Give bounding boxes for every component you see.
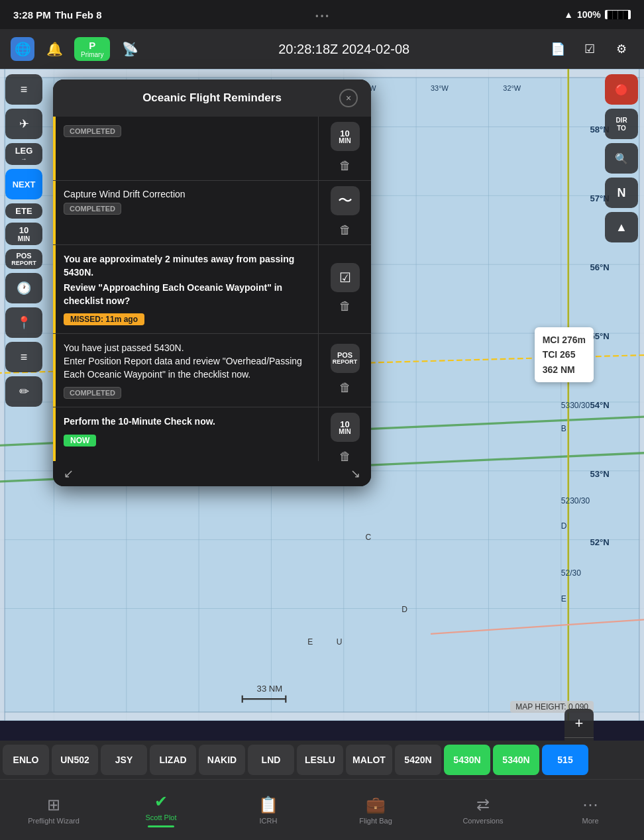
tooltip-tci: TCI 265 bbox=[543, 347, 586, 362]
sidebar-notes-button[interactable]: ≡ bbox=[5, 342, 42, 372]
reminder-row-3: You are approximately 2 minutes away fro… bbox=[53, 245, 371, 334]
delete-btn-3[interactable]: 🗑 bbox=[336, 297, 354, 316]
waypoint-5430N[interactable]: 5430N bbox=[444, 745, 490, 775]
tab-more[interactable]: ⋯ More bbox=[537, 790, 644, 830]
waypoint-5340N[interactable]: 5340N bbox=[493, 745, 539, 775]
waypoint-JSY[interactable]: JSY bbox=[101, 745, 147, 775]
sidebar-dirto-button[interactable]: DIRTO bbox=[605, 109, 638, 139]
sidebar-red-button[interactable]: 🔴 bbox=[605, 74, 638, 105]
reminder-content-3: You are approximately 2 minutes away fro… bbox=[53, 245, 318, 333]
waypoint-515[interactable]: 515 bbox=[542, 745, 588, 775]
reminder-row-4: You have just passed 5430N.Enter Positio… bbox=[53, 334, 371, 407]
delete-btn-4[interactable]: 🗑 bbox=[336, 378, 354, 397]
reminder-text-3b: Review "Approaching Each Oceanic Waypoin… bbox=[64, 282, 310, 307]
sidebar-search-button[interactable]: 🔍 bbox=[605, 143, 638, 174]
tab-conversions[interactable]: ⇄ Conversions bbox=[429, 790, 537, 830]
tab-preflight-icon: ⊞ bbox=[47, 796, 60, 814]
checklist-button[interactable]: ☑ bbox=[578, 37, 602, 61]
svg-text:D: D bbox=[402, 605, 407, 614]
svg-text:E: E bbox=[561, 594, 566, 604]
sidebar-leg-button[interactable]: LEG → bbox=[5, 143, 42, 165]
app-header: 🌐 🔔 P Primary 📡 20:28:18Z 2024-02-08 📄 ☑… bbox=[0, 29, 644, 69]
sidebar-layers-button[interactable]: ≡ bbox=[5, 74, 42, 105]
svg-text:5230/30: 5230/30 bbox=[561, 496, 590, 505]
battery-icon: ████ bbox=[605, 10, 631, 19]
dialog-title: Oceanic Flight Reminders bbox=[85, 91, 339, 105]
waypoint-bar: ENLO UN502 JSY LIZAD NAKID LND LESLU MAL… bbox=[0, 741, 644, 779]
sidebar-compass-button[interactable]: ▲ bbox=[605, 212, 638, 242]
dialog-header: Oceanic Flight Reminders × bbox=[53, 79, 371, 117]
tab-scottplot-indicator bbox=[148, 825, 174, 827]
bell-button[interactable]: 🔔 bbox=[42, 37, 66, 61]
tooltip-nm: 362 NM bbox=[543, 362, 586, 377]
sidebar-clock-button[interactable]: 🕐 bbox=[5, 273, 42, 303]
dialog-close-button[interactable]: × bbox=[339, 89, 358, 107]
waypoint-NAKID[interactable]: NAKID bbox=[199, 745, 245, 775]
svg-text:52/30: 52/30 bbox=[561, 568, 581, 578]
tab-flightbag-icon: 💼 bbox=[366, 796, 386, 814]
tab-scottplot-label: Scott Plot bbox=[145, 814, 176, 821]
scan-button[interactable]: 📡 bbox=[118, 37, 142, 61]
svg-text:B: B bbox=[561, 424, 566, 433]
resize-expand-right[interactable]: ↘ bbox=[350, 466, 360, 481]
tab-more-label: More bbox=[582, 817, 598, 825]
waypoint-UN502[interactable]: UN502 bbox=[52, 745, 98, 775]
action-wind-btn-2[interactable]: 〜 bbox=[331, 186, 360, 215]
sidebar-pos-report-button[interactable]: POS REPORT bbox=[5, 249, 42, 269]
waypoint-MALOT[interactable]: MALOT bbox=[346, 745, 392, 775]
sidebar-north-button[interactable]: N bbox=[605, 178, 638, 208]
tab-conversions-icon: ⇄ bbox=[476, 796, 490, 814]
globe-button[interactable]: 🌐 bbox=[11, 37, 34, 61]
tab-icrh-icon: 📋 bbox=[258, 796, 278, 814]
dialog-resize-bar[interactable]: ↙ ↘ bbox=[53, 461, 371, 486]
delete-btn-2[interactable]: 🗑 bbox=[336, 221, 354, 239]
waypoint-5420N[interactable]: 5420N bbox=[395, 745, 441, 775]
action-10min-btn-5[interactable]: 10 MIN bbox=[331, 413, 360, 442]
primary-button[interactable]: P Primary bbox=[74, 37, 110, 61]
status-bar-center: • • • bbox=[315, 9, 328, 21]
status-bar-left: 3:28 PM Thu Feb 8 bbox=[13, 9, 102, 21]
sidebar-next-button[interactable]: NEXT bbox=[5, 169, 42, 199]
sidebar-10min-button[interactable]: 10 MIN bbox=[5, 223, 42, 245]
zoom-in-button[interactable]: + bbox=[564, 709, 594, 738]
tab-scott-plot[interactable]: ✔ Scott Plot bbox=[107, 787, 215, 833]
action-checklist-btn-3[interactable]: ☑ bbox=[331, 263, 360, 292]
svg-text:33°W: 33°W bbox=[431, 84, 449, 92]
svg-text:C: C bbox=[366, 533, 372, 542]
reminder-text-4: You have just passed 5430N.Enter Positio… bbox=[64, 342, 310, 381]
waypoint-ENLO[interactable]: ENLO bbox=[3, 745, 49, 775]
reminder-row-5: Perform the 10-Minute Check now. NOW 10 … bbox=[53, 407, 371, 461]
delete-btn-5[interactable]: 🗑 bbox=[336, 447, 354, 461]
reminder-text-5: Perform the 10-Minute Check now. bbox=[64, 415, 310, 429]
waypoint-LND[interactable]: LND bbox=[248, 745, 294, 775]
status-bar-right: ▲ 100% ████ bbox=[564, 9, 631, 20]
sidebar-waypoint-button[interactable]: 📍 bbox=[5, 307, 42, 338]
now-badge-5: NOW bbox=[64, 435, 96, 446]
waypoint-LIZAD[interactable]: LIZAD bbox=[150, 745, 196, 775]
gear-button[interactable]: ⚙ bbox=[610, 37, 633, 61]
status-time: 3:28 PM bbox=[13, 9, 51, 21]
sidebar-ete-button[interactable]: ETE bbox=[5, 203, 42, 219]
waypoint-LESLU[interactable]: LESLU bbox=[297, 745, 343, 775]
svg-rect-17 bbox=[0, 69, 644, 78]
svg-rect-18 bbox=[0, 712, 644, 721]
action-10min-btn-1[interactable]: 10 MIN bbox=[331, 122, 360, 151]
reminder-text-3a: You are approximately 2 minutes away fro… bbox=[64, 253, 310, 279]
action-pos-btn-4[interactable]: POS REPORT bbox=[331, 344, 360, 373]
battery-level: 100% bbox=[577, 9, 601, 20]
sidebar-aircraft-button[interactable]: ✈ bbox=[5, 109, 42, 139]
reminder-actions-4: POS REPORT 🗑 bbox=[318, 334, 371, 407]
delete-btn-1[interactable]: 🗑 bbox=[336, 156, 354, 175]
completed-badge-4: COMPLETED bbox=[64, 387, 121, 399]
sidebar-edit-button[interactable]: ✏ bbox=[5, 376, 42, 407]
wifi-icon: ▲ bbox=[564, 9, 573, 20]
fp-button[interactable]: 📄 bbox=[546, 37, 570, 61]
completed-badge-1: COMPLETED bbox=[64, 125, 121, 137]
svg-text:E: E bbox=[307, 637, 313, 647]
tab-flight-bag[interactable]: 💼 Flight Bag bbox=[322, 790, 429, 830]
primary-label: Primary bbox=[81, 51, 103, 58]
resize-expand-left[interactable]: ↙ bbox=[64, 466, 74, 481]
tab-icrh[interactable]: 📋 ICRH bbox=[215, 790, 322, 830]
tab-preflight-wizard[interactable]: ⊞ Preflight Wizard bbox=[0, 790, 107, 830]
reminder-actions-5: 10 MIN 🗑 bbox=[318, 407, 371, 461]
